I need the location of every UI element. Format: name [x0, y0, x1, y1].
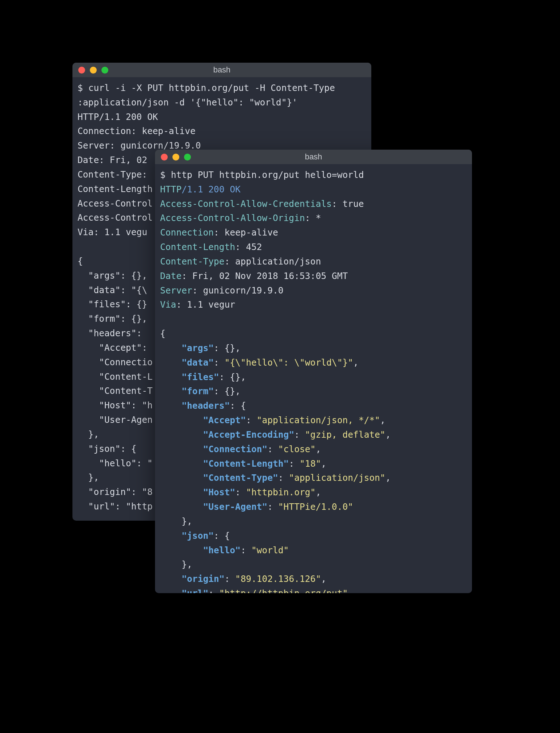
command-back: curl -i -X PUT httpbin.org/put -H Conten…: [78, 83, 335, 108]
prompt-back: $: [78, 83, 83, 93]
window-title-back: bash: [213, 65, 231, 75]
titlebar-front[interactable]: bash: [155, 150, 472, 164]
response-headers-front: Access-Control-Allow-Credentials: true A…: [160, 199, 364, 310]
command-front: http PUT httpbin.org/put hello=world: [171, 170, 364, 180]
minimize-icon[interactable]: [90, 67, 97, 74]
close-icon[interactable]: [161, 154, 168, 161]
traffic-lights: [78, 67, 108, 74]
maximize-icon[interactable]: [101, 67, 108, 74]
terminal-body-front[interactable]: $ http PUT httpbin.org/put hello=world H…: [155, 164, 472, 593]
response-json-front: { "args": {}, "data": "{\"hello\": \"wor…: [160, 328, 391, 593]
terminal-window-front: bash $ http PUT httpbin.org/put hello=wo…: [155, 150, 472, 593]
prompt-front: $: [160, 170, 166, 180]
window-title-front: bash: [305, 152, 322, 162]
close-icon[interactable]: [78, 67, 85, 74]
proto-name: HTTP: [160, 184, 181, 195]
traffic-lights: [161, 154, 191, 161]
maximize-icon[interactable]: [184, 154, 191, 161]
titlebar-back[interactable]: bash: [72, 63, 371, 77]
minimize-icon[interactable]: [172, 154, 179, 161]
proto-status: /1.1 200 OK: [181, 184, 241, 195]
response-body-back: { "args": {}, "data": "{\ "files": {} "f…: [78, 256, 152, 512]
